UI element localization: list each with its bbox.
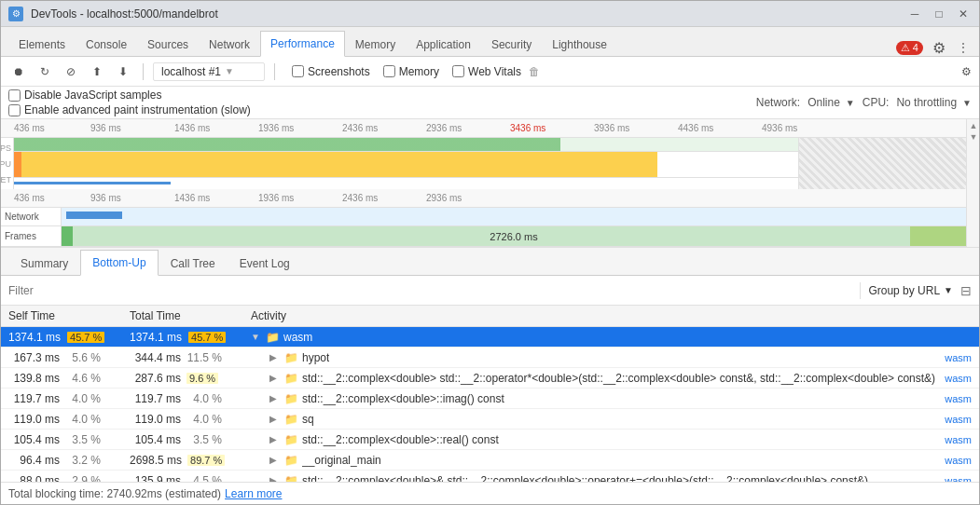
ruler-marker-1: 436 ms xyxy=(14,123,45,133)
expand-arrow-7[interactable]: ▶ xyxy=(269,475,281,482)
tab-call-tree[interactable]: Call Tree xyxy=(159,251,228,276)
frames-value: 2726.0 ms xyxy=(490,231,537,242)
table-row[interactable]: 119.7 ms 4.0 % 119.7 ms 4.0 % ▶ 📁 std::_… xyxy=(1,389,979,409)
row-link-2[interactable]: wasm xyxy=(945,373,972,384)
td-self-time-6: 96.4 ms 3.2 % xyxy=(1,452,122,469)
table-container: Self Time Total Time Activity 1374.1 ms … xyxy=(1,306,979,482)
cpu-dropdown[interactable]: CPU: No throttling ▼ xyxy=(863,96,972,109)
tab-elements[interactable]: Elements xyxy=(8,32,76,57)
total-pct-1: 11.5 % xyxy=(185,351,222,364)
filter-input[interactable] xyxy=(8,284,852,297)
learn-more-link[interactable]: Learn more xyxy=(225,487,282,500)
filter-divider xyxy=(860,282,861,299)
table-row[interactable]: 139.8 ms 4.6 % 287.6 ms 9.6 % ▶ 📁 std::_… xyxy=(1,368,979,389)
tab-performance[interactable]: Performance xyxy=(260,31,345,57)
tab-network[interactable]: Network xyxy=(199,32,260,57)
tab-event-log[interactable]: Event Log xyxy=(228,251,302,276)
more-icon[interactable]: ⋮ xyxy=(955,39,972,56)
expand-arrow-0[interactable]: ▼ xyxy=(251,332,262,342)
network-row-label: Network xyxy=(1,208,62,225)
total-time-val-7: 135.9 ms xyxy=(130,474,181,483)
row-link-7[interactable]: wasm xyxy=(945,475,972,483)
tab-console[interactable]: Console xyxy=(76,32,137,57)
settings-icon[interactable]: ⚙ xyxy=(931,39,947,56)
minimize-button[interactable]: ─ xyxy=(906,6,923,22)
memory-checkbox[interactable] xyxy=(383,65,395,77)
group-by-url-dropdown[interactable]: Group by URL ▼ xyxy=(868,284,953,297)
activity-text-4: sq xyxy=(302,413,314,426)
close-button[interactable]: ✕ xyxy=(955,6,972,22)
td-total-time-0: 1374.1 ms 45.7 % xyxy=(122,329,243,346)
total-pct-6: 89.7 % xyxy=(187,455,225,466)
ruler2-marker-5: 2436 ms xyxy=(342,193,378,203)
table-row[interactable]: 167.3 ms 5.6 % 344.4 ms 11.5 % ▶ 📁 hypot… xyxy=(1,348,979,368)
th-total-time[interactable]: Total Time xyxy=(122,306,243,326)
tab-application[interactable]: Application xyxy=(406,32,481,57)
tab-sources[interactable]: Sources xyxy=(137,32,199,57)
webvitals-checkbox[interactable] xyxy=(452,65,464,77)
panel-expand-icon[interactable]: ⊟ xyxy=(960,283,972,298)
tab-bottom-up[interactable]: Bottom-Up xyxy=(80,250,158,276)
total-time-val-4: 119.0 ms xyxy=(130,413,181,426)
folder-icon-0: 📁 xyxy=(266,331,280,344)
network-dropdown[interactable]: Network: Online ▼ xyxy=(756,96,855,109)
maximize-button[interactable]: □ xyxy=(931,6,947,22)
th-activity[interactable]: Activity xyxy=(243,306,979,326)
group-by-url-label: Group by URL xyxy=(868,284,940,297)
tab-security[interactable]: Security xyxy=(481,32,542,57)
row-link-5[interactable]: wasm xyxy=(945,434,972,445)
status-text: Total blocking time: 2740.92ms (estimate… xyxy=(8,487,221,500)
table-row[interactable]: 88.0 ms 2.9 % 135.9 ms 4.5 % ▶ 📁 std::__… xyxy=(1,471,979,482)
error-badge[interactable]: ⚠ 4 xyxy=(896,41,923,55)
folder-icon-2: 📁 xyxy=(284,372,298,385)
self-time-val-2: 139.8 ms xyxy=(8,372,60,385)
tab-summary[interactable]: Summary xyxy=(8,251,80,276)
table-row[interactable]: 96.4 ms 3.2 % 2698.5 ms 89.7 % ▶ 📁 __ori… xyxy=(1,450,979,471)
capture-settings-icon[interactable]: ⚙ xyxy=(961,65,972,78)
tab-lighthouse[interactable]: Lighthouse xyxy=(542,32,617,57)
row-link-3[interactable]: wasm xyxy=(945,393,972,404)
stop-button[interactable]: ⊘ xyxy=(61,61,81,82)
total-time-val-6: 2698.5 ms xyxy=(130,454,182,467)
th-self-time[interactable]: Self Time xyxy=(1,306,122,326)
total-time-val-2: 287.6 ms xyxy=(130,372,181,385)
url-bar: localhost #1 ▼ xyxy=(153,62,265,81)
ruler2-marker-1: 436 ms xyxy=(14,193,45,203)
expand-arrow-3[interactable]: ▶ xyxy=(269,393,281,403)
scroll-up-button[interactable]: ▲ xyxy=(969,121,978,130)
total-time-val-3: 119.7 ms xyxy=(130,392,181,405)
scroll-down-button[interactable]: ▼ xyxy=(969,132,978,142)
table-row[interactable]: 105.4 ms 3.5 % 105.4 ms 3.5 % ▶ 📁 std::_… xyxy=(1,430,979,450)
cpu-row xyxy=(14,152,798,178)
row-link-1[interactable]: wasm xyxy=(945,352,972,363)
disable-js-checkbox[interactable] xyxy=(8,89,21,102)
title-bar: ⚙ DevTools - localhost:5000/mandelbrot ─… xyxy=(1,1,979,27)
fps-row xyxy=(14,138,798,152)
table-row[interactable]: 119.0 ms 4.0 % 119.0 ms 4.0 % ▶ 📁 sq was… xyxy=(1,409,979,430)
clear-button[interactable]: 🗑 xyxy=(529,65,540,78)
tab-memory[interactable]: Memory xyxy=(345,32,406,57)
screenshots-checkbox[interactable] xyxy=(292,65,304,77)
expand-arrow-4[interactable]: ▶ xyxy=(269,414,281,424)
expand-arrow-2[interactable]: ▶ xyxy=(269,373,281,383)
record-button[interactable]: ⏺ xyxy=(8,61,29,82)
expand-arrow-5[interactable]: ▶ xyxy=(269,434,281,444)
row-link-4[interactable]: wasm xyxy=(945,414,972,425)
td-self-time-3: 119.7 ms 4.0 % xyxy=(1,390,122,407)
td-activity-7: ▶ 📁 std::__2::complex<double>& std::__2:… xyxy=(243,472,979,483)
expand-arrow-6[interactable]: ▶ xyxy=(269,455,281,465)
activity-text-3: std::__2::complex<double>::imag() const xyxy=(302,392,504,405)
url-dropdown-icon[interactable]: ▼ xyxy=(225,66,234,76)
frames-content: 2726.0 ms xyxy=(62,226,966,246)
row-link-6[interactable]: wasm xyxy=(945,455,972,466)
memory-label: Memory xyxy=(399,65,439,78)
expand-arrow-1[interactable]: ▶ xyxy=(269,352,281,362)
toolbar: ⏺ ↻ ⊘ ⬆ ⬇ localhost #1 ▼ Screenshots Mem… xyxy=(1,57,979,87)
out-of-range-overlay xyxy=(798,138,966,189)
advanced-paint-checkbox[interactable] xyxy=(8,104,21,116)
table-row[interactable]: 1374.1 ms 45.7 % 1374.1 ms 45.7 % ▼ 📁 wa… xyxy=(1,327,979,348)
disable-js-label: Disable JavaScript samples xyxy=(8,89,251,102)
reload-record-button[interactable]: ↻ xyxy=(35,61,55,82)
upload-button[interactable]: ⬆ xyxy=(87,61,107,82)
download-button[interactable]: ⬇ xyxy=(113,61,133,82)
